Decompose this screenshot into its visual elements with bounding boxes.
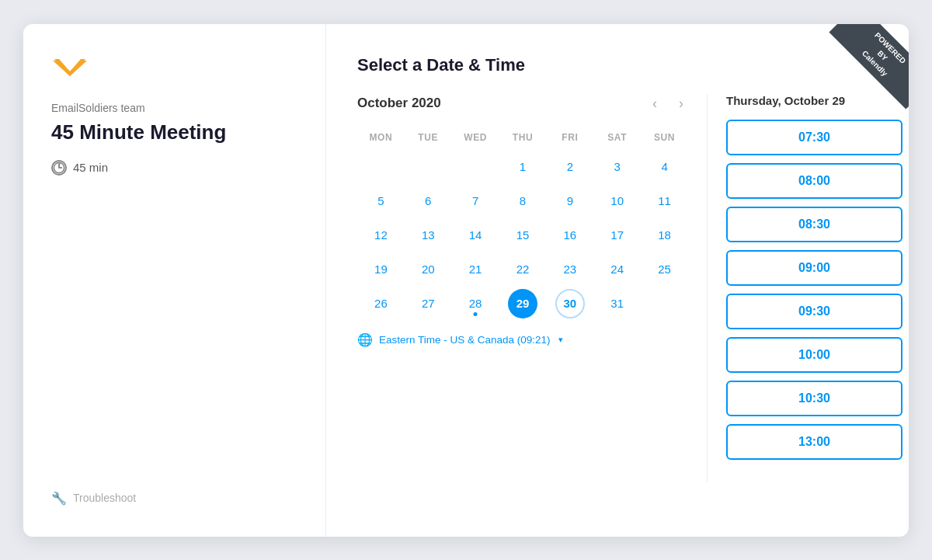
calendar-day-cell — [650, 289, 680, 318]
day-header-thu: THU — [499, 129, 547, 146]
time-slot[interactable]: 10:30 — [726, 381, 902, 416]
calendar-day-cell[interactable]: 5 — [366, 186, 395, 216]
time-slot[interactable]: 07:30 — [726, 120, 902, 155]
clock-icon — [51, 160, 67, 176]
svg-point-2 — [54, 162, 64, 172]
meeting-title: 45 Minute Meeting — [51, 120, 297, 144]
calendar-day-cell[interactable]: 4 — [650, 152, 680, 182]
calendar-day-cell — [413, 152, 443, 182]
calendar-day-cell[interactable]: 1 — [508, 152, 537, 182]
time-slot[interactable]: 13:00 — [726, 424, 902, 460]
day-header-fri: FRI — [546, 129, 593, 146]
calendar-day-cell[interactable]: 23 — [555, 255, 585, 284]
time-slot[interactable]: 09:30 — [726, 294, 902, 329]
timezone-label: Eastern Time - US & Canada (09:21) — [379, 334, 551, 346]
calendar-day-cell[interactable]: 14 — [461, 221, 490, 250]
calendar-day-cell[interactable]: 11 — [650, 186, 680, 216]
calendar-day-cell[interactable]: 28 — [461, 289, 490, 318]
duration-row: 45 min — [51, 160, 297, 176]
calendar-day-cell[interactable]: 3 — [603, 152, 632, 182]
calendar-section: October 2020 ‹ › MON TUE WED THU FRI SAT… — [357, 94, 707, 512]
calendar-day-cell[interactable]: 30 — [555, 289, 585, 318]
calendar-day-cell[interactable]: 19 — [366, 255, 395, 284]
calendar-day-cell[interactable]: 8 — [508, 186, 537, 216]
calendar-day-cell[interactable]: 13 — [413, 221, 443, 250]
month-label: October 2020 — [357, 96, 635, 111]
calendar-days: 1234567891011121314151617181920212223242… — [357, 152, 688, 318]
time-slots-container: 07:3008:0008:3009:0009:3010:0010:3013:00 — [726, 120, 902, 460]
day-header-sun: SUN — [641, 129, 688, 146]
powered-by-corner: POWEREDBYCalendly — [823, 24, 909, 110]
timezone-row[interactable]: 🌐 Eastern Time - US & Canada (09:21) ▾ — [357, 332, 688, 347]
calendar-day-cell — [461, 152, 490, 182]
calendar-day-cell[interactable]: 18 — [650, 221, 680, 250]
powered-by-label: POWEREDBYCalendly — [829, 24, 909, 110]
calendar-day-cell[interactable]: 10 — [603, 186, 632, 216]
calendar-day-cell[interactable]: 9 — [555, 186, 585, 216]
time-slot[interactable]: 09:00 — [726, 250, 902, 286]
right-panel: Select a Date & Time October 2020 ‹ › MO… — [326, 24, 909, 537]
calendar-day-cell — [366, 152, 395, 182]
calendar-header: October 2020 ‹ › — [357, 94, 688, 113]
calendar-day-cell[interactable]: 12 — [366, 221, 395, 250]
troubleshoot-label: Troubleshoot — [73, 492, 136, 504]
team-name: EmailSoldiers team — [51, 102, 297, 114]
calendar-time-row: October 2020 ‹ › MON TUE WED THU FRI SAT… — [357, 94, 909, 512]
time-slot[interactable]: 10:00 — [726, 337, 902, 373]
calendar-day-cell[interactable]: 15 — [508, 221, 537, 250]
timezone-caret-icon: ▾ — [558, 335, 563, 345]
calendar-day-cell[interactable]: 2 — [555, 152, 585, 182]
calendar-day-cell[interactable]: 22 — [508, 255, 537, 284]
time-section: Thursday, October 29 07:3008:0008:3009:0… — [707, 94, 909, 482]
globe-icon: 🌐 — [357, 332, 373, 347]
day-header-tue: TUE — [405, 129, 452, 146]
calendar-day-cell[interactable]: 29 — [508, 289, 537, 318]
day-header-mon: MON — [357, 129, 405, 146]
duration-label: 45 min — [73, 161, 108, 174]
calendar-day-cell[interactable]: 16 — [555, 221, 585, 250]
calendar-day-cell[interactable]: 17 — [603, 221, 632, 250]
left-panel: EmailSoldiers team 45 Minute Meeting 45 … — [23, 24, 326, 537]
prev-month-button[interactable]: ‹ — [648, 94, 662, 113]
time-slot[interactable]: 08:00 — [726, 163, 902, 199]
time-slot[interactable]: 08:30 — [726, 207, 902, 242]
day-headers: MON TUE WED THU FRI SAT SUN — [357, 129, 688, 146]
calendar-day-cell[interactable]: 27 — [413, 289, 443, 318]
wrench-icon: 🔧 — [51, 491, 67, 506]
calendar-day-cell[interactable]: 24 — [603, 255, 632, 284]
calendar-day-cell[interactable]: 31 — [603, 289, 632, 318]
calendar-day-cell[interactable]: 26 — [366, 289, 395, 318]
main-card: POWEREDBYCalendly EmailSoldiers team 45 … — [23, 24, 909, 537]
logo — [51, 55, 89, 80]
troubleshoot-button[interactable]: 🔧 Troubleshoot — [51, 485, 297, 512]
day-header-sat: SAT — [593, 129, 641, 146]
calendar-grid: MON TUE WED THU FRI SAT SUN 123456789101… — [357, 129, 688, 318]
calendar-day-cell[interactable]: 20 — [413, 255, 443, 284]
calendar-day-cell[interactable]: 6 — [413, 186, 443, 216]
next-month-button[interactable]: › — [674, 94, 688, 113]
calendar-day-cell[interactable]: 7 — [461, 186, 490, 216]
calendar-day-cell[interactable]: 25 — [650, 255, 680, 284]
day-header-wed: WED — [452, 129, 499, 146]
calendar-day-cell[interactable]: 21 — [461, 255, 490, 284]
